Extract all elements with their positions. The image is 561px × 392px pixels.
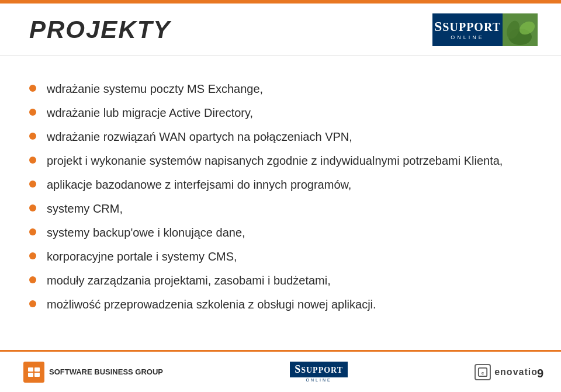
support-logo-sub: ONLINE: [451, 34, 484, 40]
svg-rect-7: [28, 373, 33, 377]
footer: Software Business Group SSupport ONLINE …: [0, 350, 561, 392]
list-item-text: systemy backup'owe i klonujące dane,: [47, 225, 245, 241]
enovatio-icon: e: [475, 364, 491, 380]
list-item: projekt i wykonanie systemów napisanych …: [29, 153, 532, 169]
footer-support-sub: ONLINE: [306, 378, 332, 382]
bullet-dot-icon: [29, 181, 36, 188]
svg-rect-5: [28, 367, 33, 372]
bullet-dot-icon: [29, 157, 36, 164]
support-logo-text: SSupport: [434, 19, 501, 33]
bullet-dot-icon: [29, 204, 36, 211]
list-item-text: moduły zarządzania projektami, zasobami …: [47, 273, 331, 289]
list-item: aplikacje bazodanowe z interfejsami do i…: [29, 177, 532, 193]
bullet-dot-icon: [29, 133, 36, 140]
list-item-text: korporacyjne portale i systemy CMS,: [47, 249, 237, 265]
footer-support-text: SSupport: [295, 366, 343, 374]
svg-text:e: e: [482, 370, 484, 375]
header-logo: SSupport ONLINE: [432, 13, 538, 46]
footer-support-box: SSupport: [290, 362, 348, 377]
list-item-text: systemy CRM,: [47, 201, 123, 217]
page-title: PROJEKTY: [29, 16, 171, 44]
support-logo-box: SSupport ONLINE: [432, 13, 503, 46]
list-item: wdrażanie lub migracje Active Directory,: [29, 105, 532, 121]
bullet-list: wdrażanie systemu poczty MS Exchange,wdr…: [29, 81, 532, 321]
footer-enovatio-logo: e enovatio: [475, 364, 538, 380]
bullet-dot-icon: [29, 228, 36, 235]
svg-rect-6: [34, 367, 40, 372]
footer-support-logo: SSupport ONLINE: [290, 362, 348, 382]
bullet-dot-icon: [29, 85, 36, 92]
list-item: wdrażanie systemu poczty MS Exchange,: [29, 81, 532, 97]
enovatio-text: enovatio: [494, 367, 538, 377]
header: PROJEKTY SSupport ONLINE: [0, 4, 561, 56]
bullet-dot-icon: [29, 276, 36, 283]
list-item-text: możliwość przeprowadzenia szkolenia z ob…: [47, 297, 376, 313]
list-item: możliwość przeprowadzenia szkolenia z ob…: [29, 297, 532, 313]
list-item: systemy backup'owe i klonujące dane,: [29, 225, 532, 241]
main-content: wdrażanie systemu poczty MS Exchange,wdr…: [29, 56, 532, 345]
list-item: wdrażanie rozwiązań WAN opartych na połą…: [29, 129, 532, 145]
sbg-icon: [23, 362, 44, 383]
bullet-dot-icon: [29, 300, 36, 307]
list-item-text: projekt i wykonanie systemów napisanych …: [47, 153, 503, 169]
sbg-label: Software Business Group: [49, 367, 163, 377]
page-number: 9: [537, 367, 543, 380]
header-logo-decoration: [503, 13, 538, 46]
list-item: moduły zarządzania projektami, zasobami …: [29, 273, 532, 289]
list-item-text: wdrażanie systemu poczty MS Exchange,: [47, 81, 263, 97]
list-item: korporacyjne portale i systemy CMS,: [29, 249, 532, 265]
footer-sbg-logo: Software Business Group: [23, 362, 163, 383]
svg-rect-8: [34, 373, 40, 377]
list-item-text: aplikacje bazodanowe z interfejsami do i…: [47, 177, 351, 193]
list-item-text: wdrażanie lub migracje Active Directory,: [47, 105, 253, 121]
list-item-text: wdrażanie rozwiązań WAN opartych na połą…: [47, 129, 352, 145]
bullet-dot-icon: [29, 252, 36, 259]
bullet-dot-icon: [29, 109, 36, 116]
list-item: systemy CRM,: [29, 201, 532, 217]
